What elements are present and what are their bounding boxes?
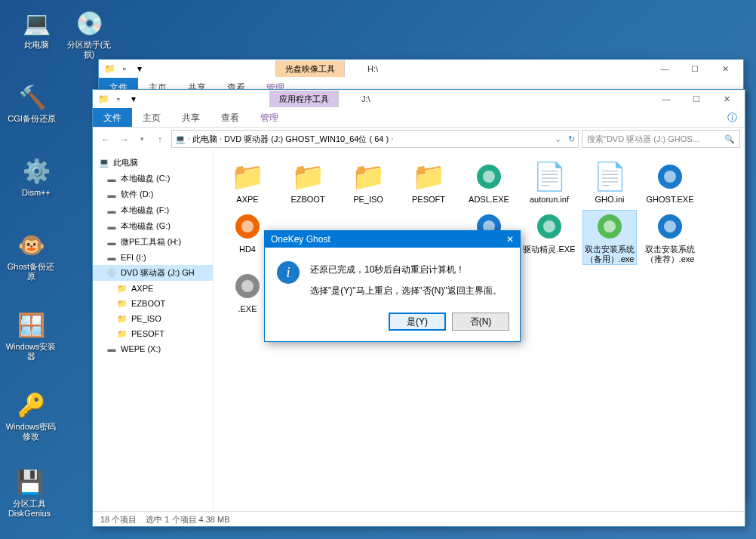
tab-manage[interactable]: 管理 <box>250 108 289 127</box>
nav-label: PESOFT <box>131 329 164 338</box>
maximize-button[interactable]: ☐ <box>681 91 711 107</box>
file-item[interactable]: ADSL.EXE <box>463 161 515 205</box>
qat-icon[interactable]: ▾ <box>126 92 141 106</box>
folder-icon: 📁 <box>410 161 447 192</box>
yes-button[interactable]: 是(Y) <box>389 313 446 331</box>
desktop-icon[interactable]: 🔨CGI备份还原 <box>5 82 58 124</box>
file-item[interactable]: 📁AXPE <box>221 161 274 205</box>
nav-item[interactable]: 💿DVD 驱动器 (J:) GH <box>93 265 213 281</box>
file-item[interactable]: 驱动精灵.EXE <box>523 211 576 264</box>
folder-icon: 📁 <box>290 161 326 192</box>
nav-root-pc[interactable]: 💻 此电脑 <box>93 155 213 171</box>
exe-icon <box>652 211 688 242</box>
crumb-pc[interactable]: 此电脑 <box>192 134 217 145</box>
close-button[interactable]: ✕ <box>710 60 740 77</box>
desktop-icon[interactable]: 🔑Windows密码修改 <box>5 390 57 442</box>
file-label: GHOST.EXE <box>644 195 696 205</box>
chevron-down-icon[interactable]: ⌄ <box>555 134 561 144</box>
close-button[interactable]: ✕ <box>711 91 742 107</box>
file-label: 驱动精灵.EXE <box>523 245 576 254</box>
dialog-title: OneKey Ghost <box>271 234 330 245</box>
selection-info: 选中 1 个项目 4.38 MB <box>146 514 229 525</box>
file-item[interactable]: 双击安装系统（推荐）.exe <box>644 211 696 264</box>
nav-item[interactable]: ▬本地磁盘 (C:) <box>93 171 213 186</box>
tab-file[interactable]: 文件 <box>93 108 132 127</box>
minimize-button[interactable]: — <box>651 91 681 107</box>
desktop-icon[interactable]: ⚙️Dism++ <box>10 156 63 198</box>
desktop-icon[interactable]: 💾分区工具DiskGenius <box>3 467 56 519</box>
file-item[interactable]: GHOST.EXE <box>644 161 696 205</box>
refresh-icon[interactable]: ↻ <box>568 134 575 144</box>
nav-back-button[interactable]: ← <box>97 131 114 147</box>
context-tab[interactable]: 光盘映像工具 <box>275 60 345 77</box>
file-item[interactable]: 📁PE_ISO <box>342 161 395 205</box>
file-icon: 📄 <box>531 161 567 192</box>
file-label: 双击安装系统（推荐）.exe <box>644 245 696 264</box>
desktop-icon[interactable]: 💿分区助手(无损) <box>63 8 115 60</box>
file-item[interactable]: 📁PESOFT <box>402 161 455 205</box>
close-icon[interactable]: ✕ <box>506 234 514 245</box>
info-icon: i <box>277 261 300 284</box>
nav-forward-button[interactable]: → <box>115 131 132 147</box>
nav-item[interactable]: 📁PE_ISO <box>93 311 213 326</box>
crumb-dvd[interactable]: DVD 驱动器 (J:) GHOST_WIN10_64位 ( 64 ) <box>224 134 389 145</box>
file-item[interactable]: 📄autorun.inf <box>523 161 576 205</box>
desktop-icon[interactable]: 🐵Ghost备份还原 <box>5 229 57 282</box>
window-title: J:\ <box>361 94 370 103</box>
exe-icon <box>229 270 266 302</box>
no-button[interactable]: 否(N) <box>452 313 509 331</box>
desktop-icon[interactable]: 💻此电脑 <box>10 8 63 50</box>
nav-item[interactable]: ▬WEPE (X:) <box>93 341 213 356</box>
app-icon: 💿 <box>74 8 104 38</box>
folder-icon: 📁 <box>117 328 128 339</box>
nav-item[interactable]: 📁EZBOOT <box>93 296 213 311</box>
search-icon[interactable]: 🔍 <box>724 134 735 144</box>
search-input[interactable]: 搜索"DVD 驱动器 (J:) GHOS... 🔍 <box>582 130 740 148</box>
nav-item[interactable]: ▬本地磁盘 (G:) <box>93 218 213 234</box>
nav-label: DVD 驱动器 (J:) GH <box>121 267 195 279</box>
nav-label: AXPE <box>131 284 153 293</box>
tab-home[interactable]: 主页 <box>132 108 171 127</box>
chevron-right-icon: › <box>188 135 190 143</box>
nav-up-button[interactable]: ↑ <box>152 131 168 147</box>
breadcrumb[interactable]: 💻 › 此电脑 › DVD 驱动器 (J:) GHOST_WIN10_64位 (… <box>171 130 579 148</box>
nav-item[interactable]: ▬本地磁盘 (F:) <box>93 202 213 218</box>
qat-icon[interactable]: ▫ <box>117 62 132 75</box>
desktop-icon[interactable]: 🪟Windows安装器 <box>5 310 57 362</box>
icon-label: 分区工具DiskGenius <box>3 499 56 519</box>
file-item[interactable]: 双击安装系统（备用）.exe <box>583 211 636 264</box>
nav-item[interactable]: ▬软件 (D:) <box>93 186 213 202</box>
maximize-button[interactable]: ☐ <box>680 60 710 77</box>
folder-icon: 📁 <box>96 92 111 106</box>
folder-icon: 📁 <box>102 62 117 75</box>
file-label: autorun.inf <box>523 195 576 205</box>
nav-label: 微PE工具箱 (H:) <box>121 236 181 248</box>
exe-icon <box>592 211 628 242</box>
window-title: H:\ <box>367 64 378 73</box>
svg-point-11 <box>604 220 616 233</box>
nav-item[interactable]: 📁PESOFT <box>93 326 213 341</box>
drive-icon: ▬ <box>106 343 117 354</box>
file-item[interactable]: 📄GHO.ini <box>583 161 636 205</box>
dialog-titlebar: OneKey Ghost ✕ <box>265 231 520 248</box>
nav-history-button[interactable]: ▾ <box>134 131 150 147</box>
qat-icon[interactable]: ▾ <box>132 62 147 75</box>
nav-item[interactable]: 📁AXPE <box>93 281 213 296</box>
file-label: AXPE <box>221 195 274 205</box>
file-item[interactable]: 📁EZBOOT <box>281 161 334 205</box>
svg-point-1 <box>483 171 495 183</box>
pc-icon: 💻 <box>175 134 186 144</box>
qat-icon[interactable]: ▫ <box>111 92 126 106</box>
tab-share[interactable]: 共享 <box>171 108 211 127</box>
item-count: 18 个项目 <box>100 514 137 525</box>
titlebar: 📁 ▫ ▾ 应用程序工具 J:\ — ☐ ✕ <box>93 90 745 108</box>
nav-label: 本地磁盘 (C:) <box>121 173 170 184</box>
context-tab[interactable]: 应用程序工具 <box>269 91 339 107</box>
file-label: PE_ISO <box>342 195 395 205</box>
help-icon[interactable]: ⓘ <box>720 108 745 127</box>
minimize-button[interactable]: — <box>650 60 680 77</box>
nav-item[interactable]: ▬微PE工具箱 (H:) <box>93 234 213 250</box>
nav-label: 本地磁盘 (G:) <box>121 220 171 232</box>
nav-item[interactable]: ▬EFI (I:) <box>93 250 213 265</box>
tab-view[interactable]: 查看 <box>211 108 250 127</box>
